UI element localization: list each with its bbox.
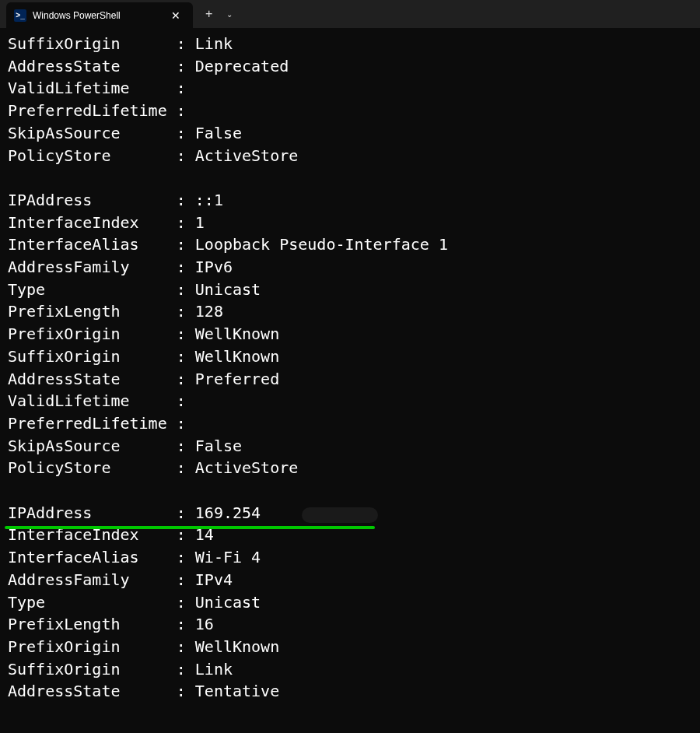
close-icon[interactable]: ✕ — [166, 8, 185, 23]
terminal-output[interactable]: SuffixOrigin : Link AddressState : Depre… — [0, 28, 700, 710]
new-tab-button[interactable]: + — [198, 2, 220, 26]
tab-dropdown-button[interactable]: ⌄ — [220, 5, 239, 23]
tab-title: Windows PowerShell — [33, 10, 157, 21]
powershell-icon: >_ — [14, 9, 26, 22]
highlight-underline — [5, 526, 375, 529]
titlebar: >_ Windows PowerShell ✕ + ⌄ — [0, 0, 700, 28]
tab-powershell[interactable]: >_ Windows PowerShell ✕ — [6, 2, 193, 28]
redacted-ip-suffix — [302, 507, 378, 523]
tab-controls: + ⌄ — [198, 0, 239, 28]
